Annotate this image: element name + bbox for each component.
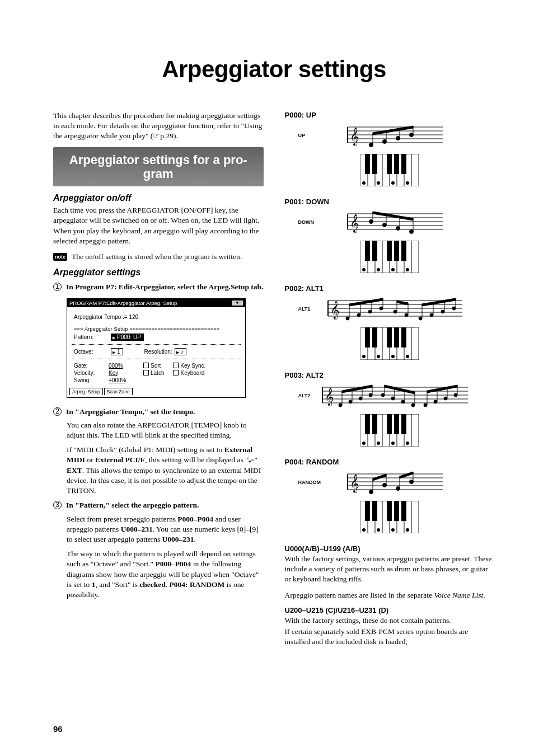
checkbox-latch[interactable]: [143, 370, 149, 375]
svg-point-109: [362, 355, 366, 358]
pattern-label: UP: [298, 133, 306, 138]
svg-point-65: [406, 268, 409, 271]
svg-text:𝄞: 𝄞: [350, 214, 359, 233]
svg-rect-25: [372, 154, 377, 174]
svg-point-196: [391, 528, 395, 532]
label-velocity: Velocity:: [74, 370, 109, 376]
svg-point-64: [391, 268, 395, 271]
step2-body-a: You can also rotate the ARPEGGIATOR [TEM…: [67, 420, 264, 440]
step-1: 1 In Program P7: Edit-Arpeggiator, selec…: [53, 282, 264, 292]
svg-point-177: [410, 480, 414, 484]
pattern-p003: P003: ALT2 ALT2 𝄞: [285, 371, 495, 447]
svg-point-123: [369, 393, 372, 397]
svg-marker-146: [427, 385, 457, 393]
svg-point-175: [396, 487, 400, 491]
checkbox-keysync[interactable]: [173, 363, 179, 368]
svg-rect-192: [394, 501, 399, 521]
step3-body-a: Select from preset arpeggio patterns P00…: [67, 514, 264, 545]
svg-point-73: [346, 317, 349, 320]
svg-rect-27: [394, 154, 399, 174]
step-number-icon: 2: [53, 407, 62, 416]
keyboard-icon: [360, 154, 419, 186]
note-icon: note: [53, 253, 67, 261]
svg-point-29: [362, 181, 366, 185]
svg-rect-108: [401, 327, 406, 348]
svg-rect-26: [387, 154, 392, 174]
label-resolution: Resolution:: [144, 349, 172, 355]
step-number-icon: 1: [53, 283, 62, 291]
dropdown-octave[interactable]: 1: [111, 348, 123, 355]
tab-scan-zone[interactable]: Scan Zone: [104, 388, 133, 395]
svg-point-122: [359, 397, 362, 400]
svg-text:𝄞: 𝄞: [330, 300, 340, 320]
svg-point-163: [406, 442, 409, 445]
svg-marker-128: [342, 385, 372, 393]
step-3: 3 In "Pattern," select the arpeggio patt…: [53, 500, 264, 510]
page-number: 96: [53, 724, 63, 734]
svg-point-111: [391, 355, 395, 358]
note-row: note The on/off setting is stored when t…: [53, 252, 264, 262]
onoff-text: Each time you press the ARPEGGIATOR [ON/…: [53, 205, 264, 246]
intro-text: This chapter describes the procedure for…: [53, 111, 264, 142]
svg-rect-156: [372, 414, 377, 434]
svg-marker-48: [373, 212, 413, 220]
svg-rect-107: [394, 327, 399, 348]
staff-notation-icon: 𝄞: [336, 209, 443, 235]
svg-marker-95: [422, 298, 456, 306]
svg-point-130: [391, 397, 395, 400]
svg-rect-59: [387, 241, 392, 261]
svg-text:𝄞: 𝄞: [325, 387, 334, 407]
staff-notation-icon: 𝄞: [336, 123, 443, 148]
svg-point-121: [349, 400, 352, 403]
svg-point-40: [369, 220, 373, 224]
svg-point-173: [383, 483, 387, 487]
svg-point-139: [434, 400, 437, 403]
svg-point-197: [406, 528, 409, 532]
svg-marker-180: [400, 472, 413, 478]
checkbox-sort[interactable]: [143, 363, 149, 368]
shot-section-label: ≡≡≡ Arpeggiator Setup ≡≡≡≡≡≡≡≡≡≡≡≡≡≡≡≡≡≡…: [74, 326, 238, 332]
svg-marker-179: [373, 474, 386, 481]
svg-rect-58: [372, 241, 377, 261]
svg-text:𝄞: 𝄞: [350, 474, 359, 494]
label-keyboard: Keyboard: [180, 370, 204, 376]
dropdown-arrow-icon: ▼: [232, 300, 243, 306]
value-swing[interactable]: +000%: [109, 377, 126, 383]
section-banner: Arpeggiator settings for a pro-gram: [53, 147, 264, 187]
svg-point-82: [452, 307, 456, 310]
svg-point-141: [454, 393, 457, 397]
value-velocity[interactable]: Key: [109, 370, 135, 376]
u200-body2: If certain separately sold EXB-PCM serie…: [285, 627, 495, 647]
svg-rect-28: [401, 154, 406, 174]
svg-text:𝄞: 𝄞: [350, 127, 359, 147]
tab-arpeg-setup[interactable]: Arpeg. Setup: [69, 388, 103, 395]
staff-notation-icon: 𝄞: [311, 383, 468, 408]
u200-body: With the factory settings, these do not …: [285, 616, 495, 626]
svg-marker-87: [349, 298, 383, 306]
svg-rect-60: [394, 241, 399, 261]
value-gate[interactable]: 000%: [109, 363, 135, 369]
svg-point-31: [391, 181, 395, 185]
svg-point-129: [381, 393, 385, 397]
svg-rect-104: [365, 327, 370, 348]
dropdown-pattern[interactable]: P000: UP: [111, 334, 144, 341]
shot-tempo: Arpeggiator Tempo 𝅘𝅥 = 120: [74, 314, 138, 321]
svg-rect-105: [372, 327, 377, 348]
svg-point-78: [405, 313, 408, 317]
svg-point-132: [411, 403, 415, 407]
svg-point-171: [369, 490, 373, 494]
label-gate: Gate:: [74, 363, 109, 369]
svg-point-77: [394, 310, 397, 313]
pattern-title: P004: RANDOM: [285, 458, 495, 466]
checkbox-keyboard[interactable]: [173, 370, 179, 375]
svg-rect-159: [401, 414, 406, 434]
svg-point-30: [377, 181, 380, 185]
keyboard-icon: [360, 501, 419, 533]
step2-body-b: If "MIDI Clock" (Global P1: MIDI) settin…: [67, 445, 264, 496]
svg-point-76: [380, 307, 383, 310]
svg-point-63: [377, 268, 380, 271]
svg-point-74: [357, 313, 360, 317]
svg-rect-191: [387, 501, 392, 521]
dropdown-resolution[interactable]: ♪: [175, 348, 186, 355]
svg-rect-193: [401, 501, 406, 521]
